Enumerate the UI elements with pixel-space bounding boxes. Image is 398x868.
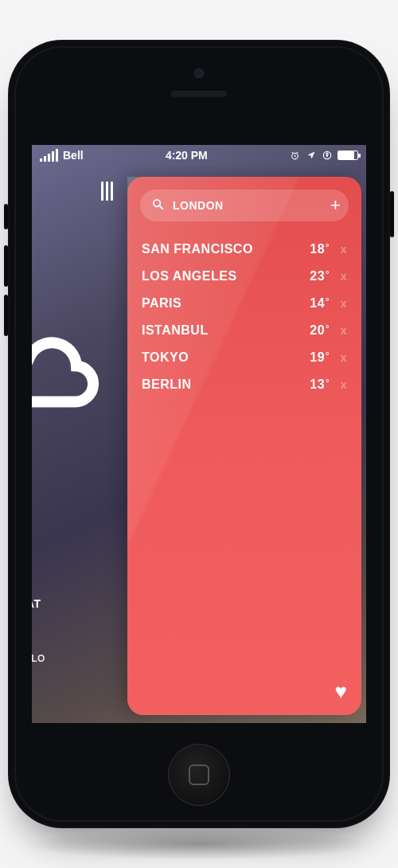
city-name: SAN FRANCISCO	[142, 242, 291, 256]
rotation-lock-icon	[322, 150, 333, 161]
quote-line: IE.."	[32, 628, 123, 643]
city-name: BERLIN	[142, 377, 291, 392]
city-name: PARIS	[142, 296, 291, 311]
search-input[interactable]	[173, 199, 322, 212]
volume-up-button[interactable]	[4, 245, 8, 287]
remove-city-button[interactable]: x	[330, 270, 347, 283]
add-city-button[interactable]: +	[330, 197, 341, 214]
screen: Bell 4:20 PM	[32, 145, 366, 723]
cloud-icon	[32, 333, 99, 412]
search-icon	[151, 197, 165, 214]
alarm-icon	[290, 150, 301, 161]
carrier-label: Bell	[63, 149, 84, 162]
city-temp: 14°	[291, 296, 330, 311]
power-button[interactable]	[390, 191, 394, 237]
location-icon	[306, 150, 317, 161]
menu-button[interactable]	[101, 182, 113, 201]
city-temp: 23°	[291, 269, 330, 283]
list-item[interactable]: BERLIN 13° x	[140, 371, 349, 398]
city-list: SAN FRANCISCO 18° x LOS ANGELES 23° x PA…	[140, 236, 349, 398]
list-item[interactable]: PARIS 14° x	[140, 290, 349, 317]
search-field[interactable]: +	[140, 190, 349, 221]
city-name: LOS ANGELES	[142, 269, 291, 283]
remove-city-button[interactable]: x	[330, 351, 347, 364]
list-item[interactable]: ISTANBUL 20° x	[140, 317, 349, 344]
city-name: TOKYO	[142, 350, 291, 365]
earpiece	[170, 89, 228, 97]
home-button[interactable]	[168, 744, 230, 806]
clock-label: 4:20 PM	[166, 149, 208, 162]
city-temp: 18°	[291, 242, 330, 256]
front-camera	[194, 68, 204, 78]
svg-point-0	[292, 153, 298, 159]
signal-icon	[40, 149, 58, 162]
svg-rect-2	[326, 154, 328, 157]
favorite-button[interactable]: ♥	[335, 679, 347, 704]
svg-point-3	[154, 199, 161, 206]
quote-line: MATTER WHAT	[32, 596, 123, 612]
city-name: ISTANBUL	[142, 323, 291, 338]
quote-block: MATTER WHAT BRING YOUR IE.." ONY J. D'AN…	[32, 596, 123, 666]
phone-frame: Bell 4:20 PM	[8, 40, 390, 828]
quote-author: ONY J. D'ANGELO	[32, 652, 123, 666]
remove-city-button[interactable]: x	[330, 297, 347, 310]
svg-point-1	[323, 151, 330, 158]
city-temp: 19°	[291, 350, 330, 365]
volume-down-button[interactable]	[4, 295, 8, 336]
battery-icon	[338, 151, 358, 160]
remove-city-button[interactable]: x	[330, 324, 347, 337]
city-temp: 20°	[291, 323, 330, 338]
mute-switch[interactable]	[4, 204, 8, 229]
list-item[interactable]: TOKYO 19° x	[140, 344, 349, 371]
city-list-panel: + SAN FRANCISCO 18° x LOS ANGELES 23° x …	[127, 177, 361, 715]
quote-line: BRING YOUR	[32, 612, 123, 628]
list-item[interactable]: SAN FRANCISCO 18° x	[140, 236, 349, 263]
screen-glare	[127, 177, 361, 715]
list-item[interactable]: LOS ANGELES 23° x	[140, 263, 349, 290]
status-bar: Bell 4:20 PM	[32, 145, 366, 166]
remove-city-button[interactable]: x	[330, 378, 347, 391]
main-view: MATTER WHAT BRING YOUR IE.." ONY J. D'AN…	[32, 166, 127, 723]
remove-city-button[interactable]: x	[330, 243, 347, 256]
city-temp: 13°	[291, 377, 330, 392]
